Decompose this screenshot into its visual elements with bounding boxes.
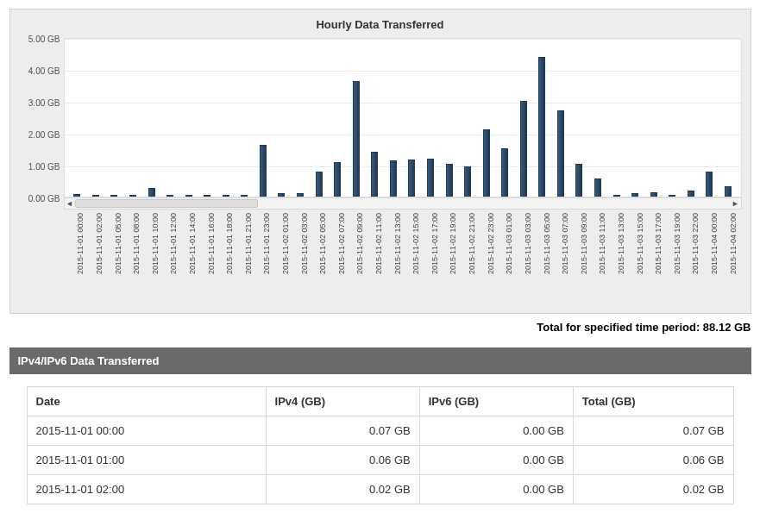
- bar-slot: [347, 39, 366, 197]
- x-label-slot: 2015-11-04 02:00: [719, 210, 738, 313]
- chart-bar: [725, 186, 732, 197]
- scroll-thumb[interactable]: [75, 199, 259, 208]
- cell-ipv4: 0.06 GB: [266, 446, 419, 475]
- x-label-slot: 2015-11-02 13:00: [384, 210, 403, 313]
- x-tick-label: 2015-11-01 05:00: [114, 213, 122, 274]
- x-tick-label: 2015-11-02 11:00: [374, 213, 383, 274]
- scroll-left-arrow-icon[interactable]: ◄: [65, 199, 75, 208]
- chart-bar: [278, 193, 285, 197]
- chart-title: Hourly Data Transferred: [19, 18, 742, 31]
- x-tick-label: 2015-11-01 18:00: [225, 213, 234, 274]
- chart-bar: [408, 160, 415, 197]
- chart-bar: [594, 178, 601, 197]
- bar-slot: [458, 39, 477, 197]
- data-table: Date IPv4 (GB) IPv6 (GB) Total (GB) 2015…: [27, 386, 734, 504]
- chart-bar: [464, 166, 471, 197]
- x-label-slot: 2015-11-04 00:00: [700, 210, 719, 313]
- x-tick-label: 2015-11-01 21:00: [244, 213, 253, 274]
- cell-ipv6: 0.00 GB: [419, 475, 573, 504]
- chart-bar: [520, 101, 527, 197]
- bar-slot: [179, 39, 198, 197]
- x-label-slot: 2015-11-03 13:00: [607, 210, 626, 313]
- chart-bar: [148, 188, 155, 197]
- chart-bar: [501, 148, 508, 197]
- x-tick-label: 2015-11-02 23:00: [487, 213, 495, 274]
- x-tick-label: 2015-11-03 05:00: [543, 213, 551, 274]
- col-ipv6: IPv6 (GB): [419, 387, 573, 416]
- bar-slot: [86, 39, 105, 197]
- x-label-slot: 2015-11-01 10:00: [141, 210, 160, 313]
- x-label-slot: 2015-11-02 23:00: [477, 210, 496, 313]
- chart-bar: [92, 195, 99, 197]
- chart-bar: [185, 195, 192, 197]
- bar-slot: [421, 39, 440, 197]
- x-label-slot: 2015-11-01 21:00: [235, 210, 254, 313]
- bar-slot: [403, 39, 422, 197]
- x-tick-label: 2015-11-02 15:00: [411, 213, 420, 274]
- chart-scrollbar[interactable]: ◄ ►: [64, 197, 742, 210]
- bar-slot: [625, 39, 644, 197]
- bar-slot: [254, 39, 273, 197]
- bar-slot: [514, 39, 533, 197]
- x-tick-label: 2015-11-04 02:00: [729, 213, 738, 274]
- x-tick-label: 2015-11-02 03:00: [300, 213, 309, 274]
- cell-total: 0.07 GB: [573, 416, 733, 446]
- chart-bar: [390, 160, 397, 197]
- x-tick-label: 2015-11-02 21:00: [468, 213, 476, 274]
- x-label-slot: 2015-11-02 11:00: [365, 210, 384, 313]
- cell-ipv6: 0.00 GB: [419, 416, 573, 446]
- scroll-track[interactable]: [75, 198, 731, 209]
- x-tick-label: 2015-11-01 16:00: [207, 213, 216, 274]
- x-label-slot: 2015-11-03 05:00: [533, 210, 552, 313]
- x-tick-label: 2015-11-02 09:00: [355, 213, 364, 274]
- bar-slot: [273, 39, 292, 197]
- bar-slot: [198, 39, 217, 197]
- y-tick-label: 4.00 GB: [17, 66, 60, 76]
- table-header-row: Date IPv4 (GB) IPv6 (GB) Total (GB): [27, 387, 733, 416]
- chart-bar: [129, 195, 136, 197]
- chart-bar: [334, 162, 341, 197]
- bar-slot: [366, 39, 385, 197]
- x-label-slot: 2015-11-02 17:00: [421, 210, 440, 313]
- chart-bar: [166, 195, 173, 197]
- chart-plot-area: 0.00 GB1.00 GB2.00 GB3.00 GB4.00 GB5.00 …: [64, 38, 742, 197]
- chart-bar: [688, 191, 694, 197]
- x-label-slot: 2015-11-01 14:00: [179, 210, 198, 313]
- cell-ipv6: 0.00 GB: [419, 446, 573, 475]
- x-label-slot: 2015-11-03 07:00: [551, 210, 570, 313]
- x-label-slot: 2015-11-02 15:00: [402, 210, 421, 313]
- bar-slot: [663, 39, 682, 197]
- x-tick-label: 2015-11-01 08:00: [132, 213, 141, 274]
- col-ipv4: IPv4 (GB): [266, 387, 419, 416]
- chart-bar: [204, 195, 210, 197]
- chart-bar: [110, 195, 117, 197]
- x-label-slot: 2015-11-02 09:00: [347, 210, 366, 313]
- data-table-wrap: Date IPv4 (GB) IPv6 (GB) Total (GB) 2015…: [9, 374, 751, 504]
- x-tick-label: 2015-11-01 23:00: [262, 213, 271, 274]
- bar-slot: [160, 39, 179, 197]
- x-label-slot: 2015-11-03 11:00: [589, 210, 608, 313]
- table-row: 2015-11-01 01:000.06 GB0.00 GB0.06 GB: [27, 446, 733, 475]
- bar-slot: [123, 39, 142, 197]
- x-label-slot: 2015-11-02 05:00: [309, 210, 328, 313]
- bar-slot: [328, 39, 347, 197]
- x-label-slot: 2015-11-03 22:00: [682, 210, 701, 313]
- scroll-right-arrow-icon[interactable]: ►: [731, 199, 741, 208]
- bar-slot: [310, 39, 329, 197]
- y-tick-label: 2.00 GB: [17, 130, 60, 140]
- x-tick-label: 2015-11-03 07:00: [561, 213, 569, 274]
- bar-slot: [588, 39, 607, 197]
- bar-slot: [495, 39, 514, 197]
- bar-slot: [644, 39, 663, 197]
- chart-bar: [613, 195, 620, 197]
- bar-slot: [607, 39, 626, 197]
- x-label-slot: 2015-11-03 15:00: [626, 210, 645, 313]
- x-tick-label: 2015-11-03 15:00: [636, 213, 644, 274]
- cell-total: 0.06 GB: [573, 446, 733, 475]
- x-label-slot: 2015-11-01 16:00: [198, 210, 217, 313]
- x-tick-label: 2015-11-02 05:00: [318, 213, 327, 274]
- chart-bar: [223, 195, 229, 197]
- bar-slot: [551, 39, 570, 197]
- bar-slot: [68, 39, 87, 197]
- bar-slot: [570, 39, 589, 197]
